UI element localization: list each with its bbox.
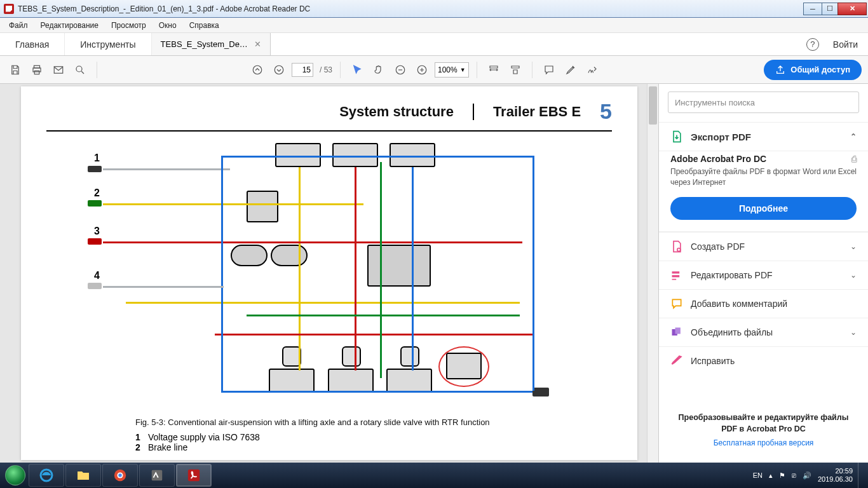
maximize-button[interactable]: ☐	[822, 3, 838, 15]
scrollbar-thumb[interactable]	[649, 86, 657, 125]
pdf-scrollbar[interactable]	[647, 84, 658, 463]
export-pdf-icon	[670, 130, 683, 143]
chevron-down-icon: ⌄	[850, 242, 857, 251]
save-icon[interactable]	[6, 61, 24, 79]
page-down-icon[interactable]	[270, 61, 288, 79]
svg-rect-2	[34, 71, 39, 74]
panel-create-pdf[interactable]: Создать PDF ⌄	[659, 232, 868, 261]
tray-volume-icon[interactable]: 🔊	[803, 471, 811, 480]
panel-combine-files[interactable]: Объединить файлы ⌄	[659, 318, 868, 346]
content-area: System structure Trailer EBS E 5 1 2 3 4	[0, 84, 868, 463]
tray-up-icon[interactable]: ▴	[769, 471, 773, 480]
brake-chamber	[390, 143, 435, 167]
panel-edit-pdf[interactable]: Редактировать PDF ⌄	[659, 261, 868, 289]
ecu-module	[367, 245, 431, 287]
air-tank	[231, 245, 268, 266]
diagram-plug-2	[88, 200, 102, 207]
free-trial-link[interactable]: Бесплатная пробная версия	[672, 438, 855, 447]
pdf-page: System structure Trailer EBS E 5 1 2 3 4	[21, 86, 637, 460]
svg-rect-20	[188, 470, 200, 481]
email-icon[interactable]	[50, 61, 67, 79]
pro-description: Преобразуйте файлы PDF в формат Word или…	[670, 166, 857, 188]
learn-more-button[interactable]: Подробнее	[670, 197, 857, 220]
panel-footer: Преобразовывайте и редактируйте файлы PD…	[659, 405, 868, 455]
hand-icon[interactable]	[370, 61, 388, 79]
menu-edit[interactable]: Редактирование	[34, 19, 105, 32]
tools-search-input[interactable]: Инструменты поиска	[668, 92, 859, 113]
system-tray: EN ▴ ⚑ ⎚ 🔊 20:59 2019.06.30	[748, 467, 858, 484]
fit-page-icon[interactable]	[506, 61, 524, 79]
sign-icon[interactable]	[583, 61, 601, 79]
page-up-icon[interactable]	[248, 61, 266, 79]
socket-connector	[532, 388, 549, 396]
windows-orb-icon	[5, 465, 25, 485]
fit-width-icon[interactable]	[485, 61, 503, 79]
chevron-down-icon: ⌄	[850, 271, 857, 280]
taskbar-app[interactable]	[139, 464, 175, 487]
help-icon[interactable]: ?	[806, 38, 819, 51]
tab-document[interactable]: TEBS_E_System_De… ✕	[152, 33, 271, 55]
taskbar-explorer[interactable]	[65, 464, 101, 487]
minimize-button[interactable]: ─	[803, 3, 822, 15]
tray-flag-icon[interactable]: ⚑	[779, 471, 785, 480]
tab-home[interactable]: Главная	[0, 33, 65, 55]
zoom-in-icon[interactable]	[413, 61, 431, 79]
main-toolbar: / 53 100%▼ Общий доступ	[0, 56, 868, 84]
brake-chamber	[328, 369, 374, 393]
edit-pdf-icon	[670, 269, 683, 281]
panel-redact[interactable]: Исправить	[659, 346, 868, 375]
comment-icon	[670, 297, 683, 310]
tab-tools[interactable]: Инструменты	[65, 33, 151, 55]
tray-lang[interactable]: EN	[753, 471, 763, 479]
chevron-down-icon: ⌄	[850, 328, 857, 337]
panel-export-pdf-label: Экспорт PDF	[691, 132, 751, 142]
svg-point-18	[118, 473, 122, 477]
pro-title: Adobe Acrobat Pro DC	[670, 154, 766, 164]
page-number-input[interactable]	[292, 63, 313, 77]
share-button[interactable]: Общий доступ	[764, 60, 862, 80]
svg-rect-11	[672, 275, 680, 277]
diagram-plug-4	[88, 283, 102, 289]
svg-point-4	[76, 66, 82, 72]
zoom-out-icon[interactable]	[391, 61, 409, 79]
show-desktop-button[interactable]	[858, 463, 865, 488]
share-button-label: Общий доступ	[790, 65, 850, 74]
menu-view[interactable]: Просмотр	[105, 19, 153, 32]
menu-bar: Файл Редактирование Просмотр Окно Справк…	[0, 18, 868, 33]
export-block: Adobe Acrobat Pro DC ⎙ Преобразуйте файл…	[659, 151, 868, 232]
panel-item-label: Объединить файлы	[691, 327, 773, 337]
diagram-figure: 1 2 3 4	[88, 143, 571, 410]
panel-item-label: Добавить комментарий	[691, 299, 787, 309]
tools-panel: Инструменты поиска Экспорт PDF ⌃ Adobe A…	[658, 84, 868, 463]
brake-chamber	[332, 143, 378, 167]
svg-rect-14	[675, 327, 681, 334]
comment-icon[interactable]	[540, 61, 558, 79]
pdf-viewport[interactable]: System structure Trailer EBS E 5 1 2 3 4	[0, 84, 658, 463]
zoom-select[interactable]: 100%▼	[435, 62, 469, 78]
sign-in-button[interactable]: Войти	[833, 39, 858, 50]
taskbar-chrome[interactable]	[102, 464, 138, 487]
highlight-circle	[438, 346, 489, 387]
start-button[interactable]	[3, 463, 28, 488]
taskbar-ie[interactable]	[29, 464, 64, 487]
menu-help[interactable]: Справка	[183, 19, 226, 32]
tray-network-icon[interactable]: ⎚	[792, 471, 796, 479]
cloud-icon: ⎙	[851, 154, 857, 164]
window-titlebar: TEBS_E_System_Description_-_Edition_01_(…	[0, 0, 868, 18]
tray-clock[interactable]: 20:59 2019.06.30	[818, 467, 853, 484]
tab-close-icon[interactable]: ✕	[254, 39, 261, 49]
search-icon[interactable]	[71, 61, 89, 79]
taskbar-acrobat[interactable]	[176, 464, 212, 487]
highlight-icon[interactable]	[562, 61, 580, 79]
panel-add-comment[interactable]: Добавить комментарий	[659, 289, 868, 318]
air-spring	[400, 346, 419, 367]
panel-export-pdf[interactable]: Экспорт PDF ⌃	[659, 122, 868, 151]
brake-chamber	[269, 369, 315, 393]
svg-point-5	[253, 65, 262, 74]
close-button[interactable]: ✕	[837, 3, 867, 15]
menu-file[interactable]: Файл	[3, 19, 34, 32]
menu-window[interactable]: Окно	[153, 19, 183, 32]
pointer-icon[interactable]	[348, 61, 366, 79]
diagram-plug-3	[88, 238, 102, 245]
print-icon[interactable]	[28, 61, 46, 79]
